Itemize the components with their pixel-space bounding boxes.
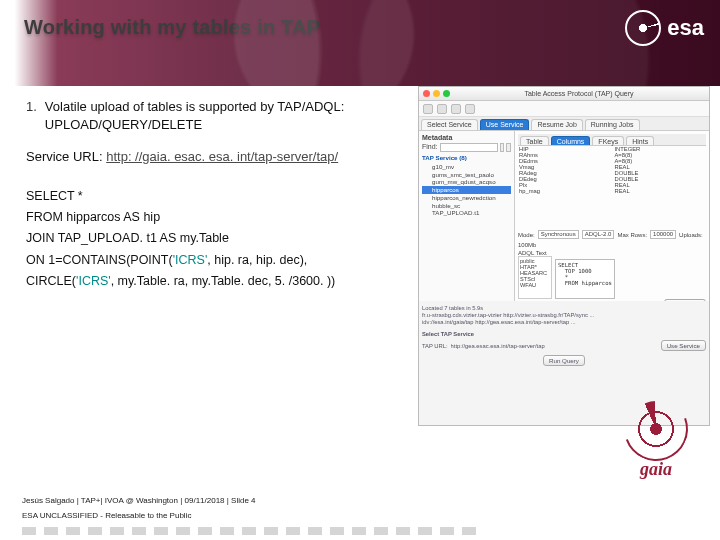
- run-query-button[interactable]: Run Query: [664, 299, 706, 301]
- tab-running-jobs[interactable]: Running Jobs: [585, 119, 640, 130]
- mode-label: Mode:: [518, 232, 535, 238]
- flag-icon: [44, 527, 58, 535]
- maxrows-label: Max Rows:: [617, 232, 647, 238]
- flag-icon: [330, 527, 344, 535]
- sql-frag: , hip. ra, hip. dec),: [207, 253, 307, 267]
- tap-url-label: TAP URL:: [422, 343, 448, 349]
- minimize-icon[interactable]: [433, 90, 440, 97]
- tab-resume-job[interactable]: Resume Job: [531, 119, 582, 130]
- zoom-icon[interactable]: [443, 90, 450, 97]
- gaia-swirl-icon: [628, 401, 684, 457]
- sql-frag: CIRCLE(: [26, 274, 76, 288]
- footer-meta: Jesús Salgado | TAP+| IVOA @ Washington …: [22, 496, 698, 505]
- main-panel: Table Columns FKeys Hints HIP RAhms DEdm…: [515, 131, 709, 301]
- slide-footer: Jesús Salgado | TAP+| IVOA @ Washington …: [22, 496, 698, 520]
- schema-tab-fkeys[interactable]: FKeys: [592, 136, 624, 145]
- flag-icon: [242, 527, 256, 535]
- table-item[interactable]: g10_mv: [422, 163, 511, 171]
- content-column: 1. Volatile upload of tables is supporte…: [26, 98, 430, 294]
- schema-tab-bar: Table Columns FKeys Hints: [518, 134, 706, 146]
- flag-icon: [418, 527, 432, 535]
- tap-url-input[interactable]: http://gea.esac.esa.int/tap-server/tap: [451, 343, 658, 349]
- app-toolbar: [419, 101, 709, 117]
- flag-icon: [462, 527, 476, 535]
- flag-icon: [110, 527, 124, 535]
- esa-logo-text: esa: [667, 15, 704, 41]
- table-item-selected[interactable]: hipparcos: [422, 186, 511, 194]
- item-text: Volatile upload of tables is supported b…: [45, 98, 430, 134]
- gaia-logo: gaia: [616, 401, 696, 480]
- gaia-word: gaia: [640, 459, 672, 480]
- esa-orbit-icon: [625, 10, 661, 46]
- service-url-label: Service URL:: [26, 149, 106, 164]
- table-item[interactable]: hubble_sc: [422, 202, 511, 210]
- find-label: Find:: [422, 143, 438, 152]
- flag-strip: [0, 527, 720, 535]
- flag-icon: [396, 527, 410, 535]
- screenshot-body: Metadata Find: TAP Service (8) g10_mv gu…: [419, 131, 709, 301]
- schema-tab-columns[interactable]: Columns: [551, 136, 591, 145]
- close-tab-icon[interactable]: [465, 104, 475, 114]
- query-controls: Mode: Synchronous ADQL-2.0 Max Rows: 100…: [518, 230, 706, 248]
- sql-line: SELECT *: [26, 188, 430, 205]
- flag-icon: [176, 527, 190, 535]
- column-type: REAL: [614, 188, 707, 194]
- lang-select[interactable]: ADQL-2.0: [582, 230, 615, 239]
- settings-icon[interactable]: [437, 104, 447, 114]
- info-line: idv://esa.int/gaia/tap http://gea.esac.e…: [422, 319, 706, 325]
- table-item[interactable]: gum_mw_qdust_acqso: [422, 178, 511, 186]
- tab-use-service[interactable]: Use Service: [480, 119, 530, 130]
- table-item[interactable]: gums_smc_test_paolo: [422, 171, 511, 179]
- find-prev-icon[interactable]: [506, 143, 511, 152]
- reload-icon[interactable]: [423, 104, 433, 114]
- mac-titlebar: Table Access Protocol (TAP) Query: [419, 87, 709, 101]
- flag-icon: [286, 527, 300, 535]
- flag-icon: [220, 527, 234, 535]
- tab-select-service[interactable]: Select Service: [421, 119, 478, 130]
- mode-select[interactable]: Synchronous: [538, 230, 579, 239]
- find-next-icon[interactable]: [500, 143, 505, 152]
- columns-listing: HIP RAhms DEdms Vmag RAdeg DEdeg Plx hp_…: [518, 146, 706, 228]
- sql-line: CIRCLE('ICRS', my.Table. ra, my.Table. d…: [26, 273, 430, 290]
- window-title: Table Access Protocol (TAP) Query: [524, 90, 633, 97]
- schema-tab-table[interactable]: Table: [520, 136, 549, 145]
- service-url-link[interactable]: http: //gaia. esac. esa. int/tap-server/…: [106, 149, 338, 164]
- flag-icon: [308, 527, 322, 535]
- sql-frag: ON 1=CONTAINS(POINT(: [26, 253, 173, 267]
- flag-icon: [374, 527, 388, 535]
- columns-right: INTEGER A=8(8) A=8(8) REAL DOUBLE DOUBLE…: [614, 146, 707, 228]
- schema-tab-hints[interactable]: Hints: [626, 136, 654, 145]
- page-title: Working with my tables in TAP: [24, 16, 320, 39]
- sql-line: FROM hipparcos AS hip: [26, 209, 430, 226]
- side-node[interactable]: WFAU: [520, 282, 550, 288]
- flag-icon: [352, 527, 366, 535]
- find-input[interactable]: [440, 143, 498, 152]
- info-line: Located 7 tables in 5.9s: [422, 305, 706, 311]
- use-service-button[interactable]: Use Service: [661, 340, 706, 351]
- info-line: fr.u-strasbg.cds.vizier.tap-vizier http:…: [422, 312, 706, 318]
- sql-string-literal: 'ICRS': [76, 274, 111, 288]
- metadata-label: Metadata: [422, 134, 511, 141]
- tree-service-node[interactable]: TAP Service (8): [422, 154, 511, 162]
- sql-string-literal: 'ICRS': [173, 253, 208, 267]
- go-button[interactable]: Run Query: [543, 355, 585, 366]
- uploads-value: 100Mb: [518, 242, 536, 248]
- adql-editor[interactable]: SELECT TOP 1000 * FROM hipparcos: [555, 259, 615, 299]
- table-tree[interactable]: TAP Service (8) g10_mv gums_smc_test_pao…: [422, 154, 511, 217]
- flag-icon: [88, 527, 102, 535]
- esa-logo: esa: [625, 10, 704, 46]
- top-tab-bar: Select Service Use Service Resume Job Ru…: [419, 117, 709, 131]
- table-item[interactable]: hipparcos_newredction: [422, 194, 511, 202]
- sql-block: SELECT * FROM hipparcos AS hip JOIN TAP_…: [26, 188, 430, 290]
- flag-icon: [198, 527, 212, 535]
- help-icon[interactable]: [451, 104, 461, 114]
- close-icon[interactable]: [423, 90, 430, 97]
- editor-side-tree[interactable]: public HTAR* HEASARC STScI WFAU: [518, 256, 552, 299]
- column-row: hp_mag: [518, 188, 611, 194]
- service-url-line: Service URL: http: //gaia. esac. esa. in…: [26, 148, 430, 166]
- table-item[interactable]: TAP_UPLOAD.t1: [422, 209, 511, 217]
- find-row: Find:: [422, 143, 511, 152]
- footer-classification: ESA UNCLASSIFIED - Releasable to the Pub…: [22, 511, 698, 520]
- maxrows-input[interactable]: 100000: [650, 230, 676, 239]
- flag-icon: [154, 527, 168, 535]
